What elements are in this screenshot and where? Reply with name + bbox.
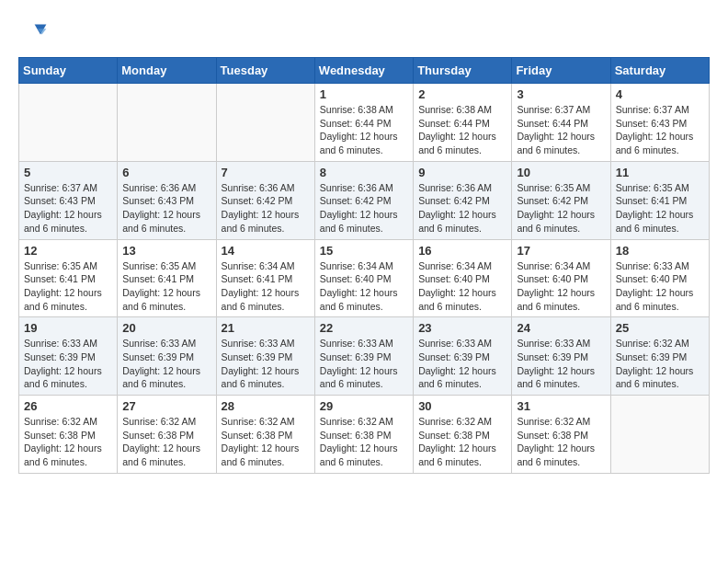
- logo-icon: [18, 18, 48, 48]
- day-number: 13: [122, 244, 210, 258]
- calendar-cell: 5Sunrise: 6:37 AM Sunset: 6:43 PM Daylig…: [19, 161, 118, 239]
- calendar-week-row: 26Sunrise: 6:32 AM Sunset: 6:38 PM Dayli…: [19, 396, 710, 474]
- day-number: 29: [320, 399, 408, 413]
- day-info: Sunrise: 6:36 AM Sunset: 6:43 PM Dayligh…: [122, 181, 210, 236]
- day-info: Sunrise: 6:35 AM Sunset: 6:41 PM Dayligh…: [616, 181, 704, 236]
- day-number: 31: [517, 399, 605, 413]
- day-info: Sunrise: 6:34 AM Sunset: 6:40 PM Dayligh…: [418, 259, 506, 314]
- calendar-cell: 7Sunrise: 6:36 AM Sunset: 6:42 PM Daylig…: [216, 161, 314, 239]
- calendar-cell: 4Sunrise: 6:37 AM Sunset: 6:43 PM Daylig…: [610, 84, 709, 162]
- day-number: 11: [616, 166, 704, 179]
- calendar-cell: 26Sunrise: 6:32 AM Sunset: 6:38 PM Dayli…: [19, 396, 118, 474]
- calendar-cell: 28Sunrise: 6:32 AM Sunset: 6:38 PM Dayli…: [216, 396, 314, 474]
- calendar-cell: 13Sunrise: 6:35 AM Sunset: 6:41 PM Dayli…: [118, 239, 216, 317]
- day-info: Sunrise: 6:32 AM Sunset: 6:38 PM Dayligh…: [24, 415, 112, 469]
- weekday-header-tuesday: Tuesday: [216, 58, 314, 84]
- day-number: 1: [320, 87, 408, 101]
- day-info: Sunrise: 6:38 AM Sunset: 6:44 PM Dayligh…: [418, 103, 506, 157]
- day-info: Sunrise: 6:32 AM Sunset: 6:38 PM Dayligh…: [517, 415, 605, 469]
- day-info: Sunrise: 6:38 AM Sunset: 6:44 PM Dayligh…: [320, 103, 408, 157]
- day-info: Sunrise: 6:33 AM Sunset: 6:39 PM Dayligh…: [320, 337, 408, 391]
- calendar-cell: 25Sunrise: 6:32 AM Sunset: 6:39 PM Dayli…: [610, 317, 709, 396]
- page-header: [18, 18, 710, 48]
- calendar-cell: 27Sunrise: 6:32 AM Sunset: 6:38 PM Dayli…: [118, 396, 216, 474]
- calendar-cell: 19Sunrise: 6:33 AM Sunset: 6:39 PM Dayli…: [19, 317, 118, 396]
- day-number: 10: [517, 166, 605, 179]
- logo: [18, 18, 51, 48]
- day-info: Sunrise: 6:37 AM Sunset: 6:43 PM Dayligh…: [616, 103, 704, 157]
- day-number: 15: [320, 244, 408, 258]
- calendar-cell: [610, 396, 709, 474]
- calendar-cell: [216, 84, 314, 162]
- day-number: 19: [24, 321, 112, 335]
- calendar-cell: 10Sunrise: 6:35 AM Sunset: 6:42 PM Dayli…: [512, 161, 610, 239]
- calendar-cell: 20Sunrise: 6:33 AM Sunset: 6:39 PM Dayli…: [118, 317, 216, 396]
- calendar-week-row: 5Sunrise: 6:37 AM Sunset: 6:43 PM Daylig…: [19, 161, 710, 239]
- calendar-cell: 30Sunrise: 6:32 AM Sunset: 6:38 PM Dayli…: [414, 396, 512, 474]
- calendar-cell: 16Sunrise: 6:34 AM Sunset: 6:40 PM Dayli…: [414, 239, 512, 317]
- day-number: 4: [616, 87, 704, 101]
- day-number: 12: [24, 244, 112, 258]
- day-info: Sunrise: 6:37 AM Sunset: 6:44 PM Dayligh…: [517, 103, 605, 157]
- calendar-week-row: 1Sunrise: 6:38 AM Sunset: 6:44 PM Daylig…: [19, 84, 710, 162]
- day-number: 22: [320, 321, 408, 335]
- day-info: Sunrise: 6:36 AM Sunset: 6:42 PM Dayligh…: [418, 181, 506, 236]
- day-number: 21: [222, 321, 310, 335]
- calendar-cell: 12Sunrise: 6:35 AM Sunset: 6:41 PM Dayli…: [19, 239, 118, 317]
- calendar-cell: 8Sunrise: 6:36 AM Sunset: 6:42 PM Daylig…: [314, 161, 413, 239]
- weekday-header-wednesday: Wednesday: [314, 58, 413, 84]
- day-info: Sunrise: 6:32 AM Sunset: 6:38 PM Dayligh…: [222, 415, 310, 469]
- day-info: Sunrise: 6:32 AM Sunset: 6:39 PM Dayligh…: [616, 337, 704, 391]
- calendar-cell: [118, 84, 216, 162]
- day-number: 28: [222, 399, 310, 413]
- day-info: Sunrise: 6:32 AM Sunset: 6:38 PM Dayligh…: [320, 415, 408, 469]
- calendar-table: SundayMondayTuesdayWednesdayThursdayFrid…: [18, 57, 710, 474]
- weekday-header-friday: Friday: [512, 58, 610, 84]
- day-info: Sunrise: 6:33 AM Sunset: 6:39 PM Dayligh…: [222, 337, 310, 391]
- day-info: Sunrise: 6:33 AM Sunset: 6:39 PM Dayligh…: [24, 337, 112, 391]
- day-info: Sunrise: 6:36 AM Sunset: 6:42 PM Dayligh…: [222, 181, 310, 236]
- day-info: Sunrise: 6:36 AM Sunset: 6:42 PM Dayligh…: [320, 181, 408, 236]
- day-info: Sunrise: 6:33 AM Sunset: 6:39 PM Dayligh…: [517, 337, 605, 391]
- day-info: Sunrise: 6:33 AM Sunset: 6:39 PM Dayligh…: [122, 337, 210, 391]
- calendar-cell: 14Sunrise: 6:34 AM Sunset: 6:41 PM Dayli…: [216, 239, 314, 317]
- day-number: 8: [320, 166, 408, 179]
- day-info: Sunrise: 6:35 AM Sunset: 6:42 PM Dayligh…: [517, 181, 605, 236]
- day-number: 5: [24, 166, 112, 179]
- calendar-cell: 21Sunrise: 6:33 AM Sunset: 6:39 PM Dayli…: [216, 317, 314, 396]
- day-number: 17: [517, 244, 605, 258]
- calendar-cell: 15Sunrise: 6:34 AM Sunset: 6:40 PM Dayli…: [314, 239, 413, 317]
- day-number: 16: [418, 244, 506, 258]
- day-number: 25: [616, 321, 704, 335]
- day-number: 6: [122, 166, 210, 179]
- calendar-cell: 1Sunrise: 6:38 AM Sunset: 6:44 PM Daylig…: [314, 84, 413, 162]
- weekday-header-row: SundayMondayTuesdayWednesdayThursdayFrid…: [19, 58, 710, 84]
- calendar-cell: 22Sunrise: 6:33 AM Sunset: 6:39 PM Dayli…: [314, 317, 413, 396]
- weekday-header-monday: Monday: [118, 58, 216, 84]
- calendar-cell: 24Sunrise: 6:33 AM Sunset: 6:39 PM Dayli…: [512, 317, 610, 396]
- calendar-cell: 9Sunrise: 6:36 AM Sunset: 6:42 PM Daylig…: [414, 161, 512, 239]
- calendar-week-row: 12Sunrise: 6:35 AM Sunset: 6:41 PM Dayli…: [19, 239, 710, 317]
- day-info: Sunrise: 6:33 AM Sunset: 6:39 PM Dayligh…: [418, 337, 506, 391]
- day-info: Sunrise: 6:37 AM Sunset: 6:43 PM Dayligh…: [24, 181, 112, 236]
- calendar-cell: 6Sunrise: 6:36 AM Sunset: 6:43 PM Daylig…: [118, 161, 216, 239]
- day-number: 24: [517, 321, 605, 335]
- calendar-cell: 23Sunrise: 6:33 AM Sunset: 6:39 PM Dayli…: [414, 317, 512, 396]
- calendar-cell: 2Sunrise: 6:38 AM Sunset: 6:44 PM Daylig…: [414, 84, 512, 162]
- day-number: 9: [418, 166, 506, 179]
- day-info: Sunrise: 6:33 AM Sunset: 6:40 PM Dayligh…: [616, 259, 704, 314]
- day-info: Sunrise: 6:34 AM Sunset: 6:40 PM Dayligh…: [320, 259, 408, 314]
- day-number: 7: [222, 166, 310, 179]
- calendar-cell: 18Sunrise: 6:33 AM Sunset: 6:40 PM Dayli…: [610, 239, 709, 317]
- day-number: 20: [122, 321, 210, 335]
- calendar-week-row: 19Sunrise: 6:33 AM Sunset: 6:39 PM Dayli…: [19, 317, 710, 396]
- day-info: Sunrise: 6:35 AM Sunset: 6:41 PM Dayligh…: [122, 259, 210, 314]
- calendar-cell: 29Sunrise: 6:32 AM Sunset: 6:38 PM Dayli…: [314, 396, 413, 474]
- weekday-header-saturday: Saturday: [610, 58, 709, 84]
- calendar-cell: 31Sunrise: 6:32 AM Sunset: 6:38 PM Dayli…: [512, 396, 610, 474]
- day-info: Sunrise: 6:32 AM Sunset: 6:38 PM Dayligh…: [122, 415, 210, 469]
- day-number: 30: [418, 399, 506, 413]
- day-number: 18: [616, 244, 704, 258]
- day-number: 3: [517, 87, 605, 101]
- day-info: Sunrise: 6:34 AM Sunset: 6:40 PM Dayligh…: [517, 259, 605, 314]
